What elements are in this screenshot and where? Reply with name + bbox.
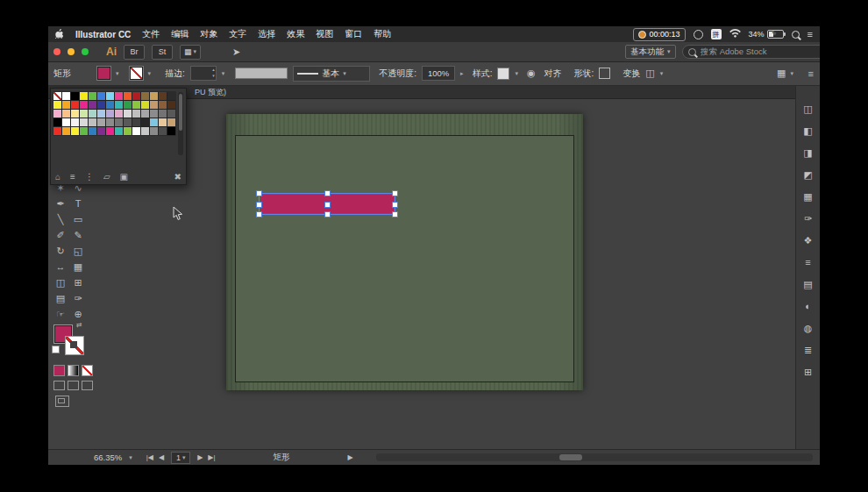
color-swatch[interactable] (150, 127, 158, 135)
gradient-button[interactable] (68, 365, 79, 376)
color-swatch[interactable] (97, 101, 105, 109)
color-swatch[interactable] (167, 92, 175, 100)
color-swatch[interactable] (150, 110, 158, 118)
rotate-tool[interactable]: ↻ (53, 244, 68, 258)
selection-handle[interactable] (256, 202, 262, 208)
rectangle-tool[interactable]: ▭ (71, 212, 85, 226)
chevron-down-icon[interactable]: ▾ (790, 70, 793, 77)
selection-handle[interactable] (392, 202, 398, 208)
color-swatch[interactable] (62, 127, 70, 135)
swatch-none[interactable] (53, 92, 61, 100)
menu-窗口[interactable]: 窗口 (345, 28, 362, 40)
stock-button[interactable]: St (152, 45, 173, 60)
color-button[interactable] (53, 365, 65, 376)
color-swatch[interactable] (80, 127, 88, 135)
color-swatch[interactable] (53, 110, 61, 118)
new-color-group-icon[interactable]: ▱ (103, 172, 110, 182)
color-swatch[interactable] (132, 110, 140, 118)
color-swatch[interactable] (97, 127, 105, 135)
recolor-artwork-icon[interactable]: ◉ (527, 68, 536, 79)
swatches-scrollbar[interactable] (178, 92, 183, 155)
color-swatch[interactable] (167, 118, 175, 126)
color-swatch[interactable] (124, 101, 132, 109)
wifi-icon[interactable] (729, 29, 741, 39)
chevron-down-icon[interactable]: ▾ (129, 454, 132, 461)
color-swatch[interactable] (141, 92, 149, 100)
color-guide-panel-icon[interactable]: ◩ (801, 168, 815, 182)
color-swatch[interactable] (71, 127, 79, 135)
first-artboard-button[interactable]: |◀ (146, 453, 153, 461)
prev-artboard-button[interactable]: ◀ (159, 453, 164, 461)
scrollbar-thumb[interactable] (559, 454, 582, 460)
bridge-button[interactable]: Br (124, 45, 145, 60)
menu-对象[interactable]: 对象 (200, 28, 217, 40)
color-swatch[interactable] (150, 101, 158, 109)
document-tab[interactable]: PU 预览) (195, 87, 226, 98)
draw-inside-icon[interactable] (82, 381, 93, 390)
color-swatch[interactable] (53, 101, 61, 109)
color-swatch[interactable] (141, 101, 149, 109)
color-swatch[interactable] (159, 127, 167, 135)
line-tool[interactable]: ╲ (53, 212, 68, 226)
shape-properties-icon[interactable] (599, 68, 610, 79)
color-swatch[interactable] (141, 127, 149, 135)
stroke-color-swatch[interactable] (130, 67, 143, 80)
color-swatch[interactable] (71, 101, 79, 109)
color-swatch[interactable] (115, 101, 123, 109)
color-swatch[interactable] (71, 92, 79, 100)
color-swatch[interactable] (97, 110, 105, 118)
color-swatch[interactable] (80, 110, 88, 118)
fill-color-swatch[interactable] (97, 67, 110, 80)
color-swatch[interactable] (132, 127, 140, 135)
free-transform-tool[interactable]: ▦ (71, 260, 85, 274)
selection-handle[interactable] (392, 211, 398, 217)
stepper-arrows-icon[interactable]: ▴▾ (212, 67, 215, 79)
battery-status[interactable]: 34% ϟ (749, 30, 784, 39)
opacity-field[interactable]: 100% (422, 66, 455, 81)
paintbrush-tool[interactable]: ✐ (53, 228, 68, 242)
chevron-down-icon[interactable]: ▾ (116, 70, 119, 77)
color-swatch[interactable] (71, 118, 79, 126)
color-swatch[interactable] (150, 118, 158, 126)
arrange-documents-button[interactable]: ▦▾ (180, 45, 201, 60)
draw-normal-icon[interactable] (53, 381, 65, 390)
selection-center-point[interactable] (324, 202, 331, 208)
swatches-panel-icon[interactable]: ▦ (801, 190, 815, 203)
close-window-button[interactable] (53, 48, 60, 55)
color-swatch[interactable] (53, 127, 61, 135)
swatch-options-icon[interactable]: ⋮ (85, 172, 94, 182)
artboard-number-field[interactable]: 1 ▾ (171, 452, 190, 464)
gradient-panel-icon[interactable]: ▤ (801, 278, 815, 291)
color-swatch[interactable] (167, 110, 175, 118)
selection-handle[interactable] (392, 190, 398, 196)
color-swatch[interactable] (159, 110, 167, 118)
pencil-tool[interactable]: ✎ (71, 228, 85, 242)
width-tool[interactable]: ↔ (53, 260, 68, 274)
adobe-stock-search[interactable]: 搜索 Adobe Stock (682, 45, 820, 59)
color-swatch[interactable] (80, 92, 88, 100)
color-swatch[interactable] (53, 118, 61, 126)
color-swatch[interactable] (71, 110, 79, 118)
color-swatch[interactable] (62, 118, 70, 126)
menu-编辑[interactable]: 编辑 (171, 28, 189, 40)
menu-帮助[interactable]: 帮助 (374, 28, 391, 40)
app-menu-title[interactable]: Illustrator CC (75, 30, 131, 39)
menu-效果[interactable]: 效果 (287, 28, 304, 40)
color-swatch[interactable] (132, 92, 140, 100)
pathfinder-icon[interactable]: ◫ (645, 68, 654, 79)
pen-tool[interactable]: ✒ (53, 196, 68, 210)
color-swatch[interactable] (106, 118, 114, 126)
selection-handle[interactable] (256, 211, 262, 217)
new-swatch-icon[interactable]: ▣ (120, 172, 128, 182)
color-swatch[interactable] (167, 101, 175, 109)
width-profile-dropdown[interactable] (235, 68, 288, 79)
hand-tool[interactable]: ☞ (53, 307, 68, 321)
selection-handle[interactable] (324, 211, 331, 217)
status-circle-icon[interactable] (694, 30, 703, 39)
chevron-right-icon[interactable]: ▸ (460, 70, 464, 77)
color-swatch[interactable] (106, 101, 114, 109)
scrollbar-thumb[interactable] (179, 94, 182, 131)
adjustments-panel-icon[interactable]: ◧ (801, 125, 815, 138)
appearance-panel-icon[interactable]: ◍ (801, 322, 815, 335)
color-swatch[interactable] (62, 101, 70, 109)
